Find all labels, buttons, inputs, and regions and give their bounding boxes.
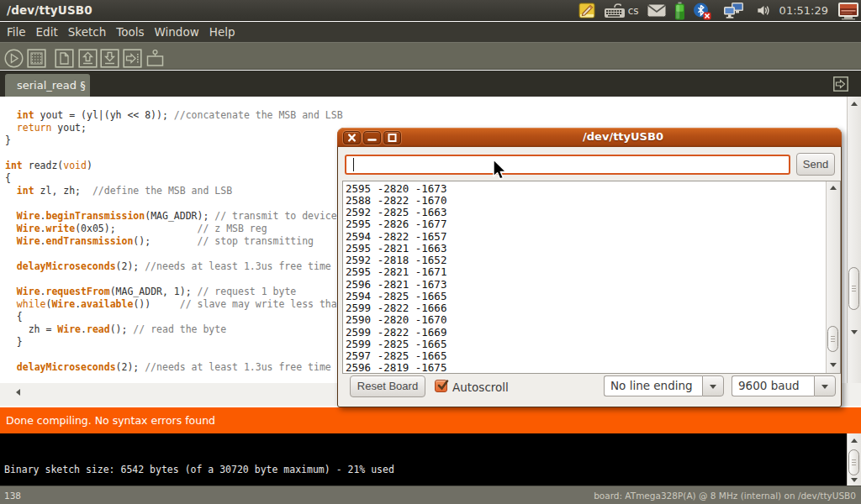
compile-status-message: Done compiling. No syntax errors found xyxy=(6,414,215,427)
note-icon[interactable] xyxy=(578,2,596,19)
mouse-cursor xyxy=(492,159,509,182)
menu-window[interactable]: Window xyxy=(150,25,204,39)
line-number: 138 xyxy=(4,491,21,501)
chevron-down-icon xyxy=(821,385,828,389)
footer-status-bar: 138 board: ATmega328P(A) @ 8 MHz (intern… xyxy=(0,486,861,504)
editor-vertical-scrollbar[interactable] xyxy=(847,97,861,383)
screen: /dev/ttyUSB0 cs xyxy=(0,0,861,504)
window-title: /dev/ttyUSB0 xyxy=(7,3,92,17)
toolbar xyxy=(0,42,861,70)
autoscroll-checkbox[interactable] xyxy=(435,380,447,392)
console: Binary sketch size: 6542 bytes (of a 307… xyxy=(0,433,861,486)
scroll-down-icon[interactable] xyxy=(851,330,858,334)
menu-help[interactable]: Help xyxy=(204,25,240,39)
menubar: File Edit Sketch Tools Window Help xyxy=(0,22,861,42)
maximize-button[interactable] xyxy=(383,131,401,144)
serial-monitor-titlebar[interactable]: /dev/ttyUSB0 xyxy=(337,128,842,147)
compile-status-bar: Done compiling. No syntax errors found xyxy=(0,407,861,433)
console-text: Binary sketch size: 6542 bytes (of a 307… xyxy=(4,464,394,475)
reset-board-button[interactable]: Reset Board xyxy=(350,375,425,397)
baud-rate-dropdown-button[interactable] xyxy=(814,375,836,396)
send-button[interactable]: Send xyxy=(796,153,835,176)
new-sketch-button[interactable] xyxy=(55,49,74,68)
minimize-button[interactable] xyxy=(363,131,381,144)
serial-input-field[interactable] xyxy=(345,155,790,175)
editor-scrollbar-thumb[interactable] xyxy=(848,267,859,310)
battery-icon[interactable] xyxy=(674,2,685,20)
console-scroll-down-icon[interactable] xyxy=(851,478,858,482)
serial-output-area[interactable]: 2595 -2820 -1673 2588 -2822 -1670 2592 -… xyxy=(342,181,841,374)
serial-scroll-up-icon[interactable] xyxy=(830,186,837,190)
keyboard-layout-indicator[interactable]: cs xyxy=(628,5,639,17)
tab-serial-read[interactable]: serial_read § xyxy=(5,74,90,97)
verify-button[interactable] xyxy=(4,49,24,68)
console-scrollbar-thumb[interactable] xyxy=(848,449,859,475)
menu-sketch[interactable]: Sketch xyxy=(63,25,111,39)
tab-strip: serial_read § xyxy=(0,71,861,97)
scroll-left-icon[interactable] xyxy=(16,389,20,396)
line-ending-select[interactable]: No line ending xyxy=(604,375,702,396)
console-scroll-up-icon[interactable] xyxy=(851,438,858,443)
bluetooth-icon[interactable] xyxy=(693,2,711,20)
scroll-up-icon[interactable] xyxy=(851,102,858,106)
desktop-panel: /dev/ttyUSB0 cs xyxy=(0,0,861,21)
menu-tools[interactable]: Tools xyxy=(111,25,149,39)
keyboard-icon[interactable] xyxy=(604,3,626,19)
line-ending-dropdown-button[interactable] xyxy=(702,375,724,396)
serial-monitor-window: /dev/ttyUSB0 Send 2595 -2820 -1673 2588 … xyxy=(337,128,842,407)
code-text: int yout = (yl|(yh << 8)); //concatenate… xyxy=(5,109,343,374)
chevron-down-icon xyxy=(710,385,716,389)
autoscroll-label[interactable]: Autoscroll xyxy=(452,381,509,394)
stop-button[interactable] xyxy=(27,49,46,68)
open-button[interactable] xyxy=(78,49,98,68)
menu-edit[interactable]: Edit xyxy=(31,25,63,39)
clock[interactable]: 01:51:29 xyxy=(779,4,828,17)
system-tray: cs xyxy=(578,0,859,21)
mail-icon[interactable] xyxy=(647,3,667,18)
board-info: board: ATmega328P(A) @ 8 MHz (internal) … xyxy=(594,491,856,501)
close-button[interactable] xyxy=(343,131,361,144)
serial-output-text: 2595 -2820 -1673 2588 -2822 -1670 2592 -… xyxy=(346,183,446,375)
serial-scroll-down-icon[interactable] xyxy=(830,363,837,367)
serial-scrollbar-thumb[interactable] xyxy=(827,326,838,352)
baud-rate-select[interactable]: 9600 baud xyxy=(732,375,814,396)
serial-monitor-button[interactable] xyxy=(145,49,165,68)
tab-menu-icon[interactable] xyxy=(833,76,848,92)
save-button[interactable] xyxy=(100,49,119,68)
serial-monitor-title: /dev/ttyUSB0 xyxy=(404,128,842,146)
display-icon[interactable] xyxy=(837,2,859,20)
network-icon[interactable] xyxy=(723,2,744,19)
menu-file[interactable]: File xyxy=(2,25,31,39)
console-scrollbar[interactable] xyxy=(847,433,861,486)
upload-button[interactable] xyxy=(123,49,142,68)
speaker-icon[interactable] xyxy=(757,3,770,18)
text-caret xyxy=(353,158,354,171)
serial-scrollbar[interactable] xyxy=(826,181,840,373)
